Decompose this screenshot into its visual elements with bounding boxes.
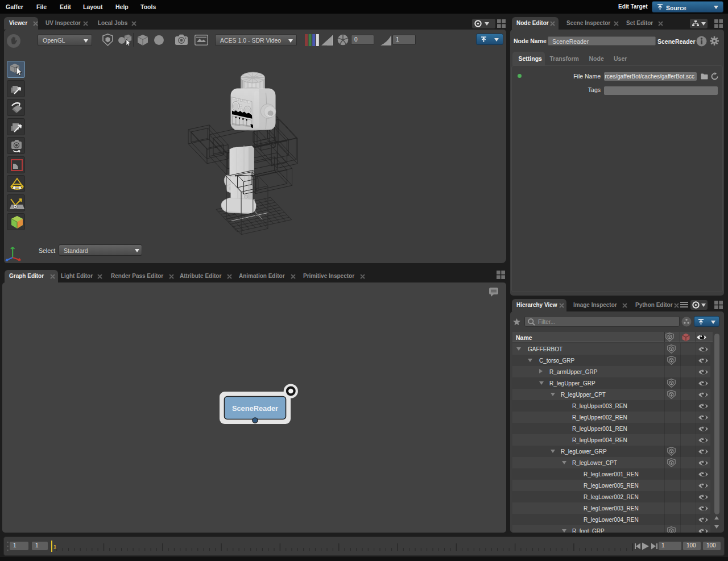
svg-text:SceneReader: SceneReader	[232, 404, 278, 413]
